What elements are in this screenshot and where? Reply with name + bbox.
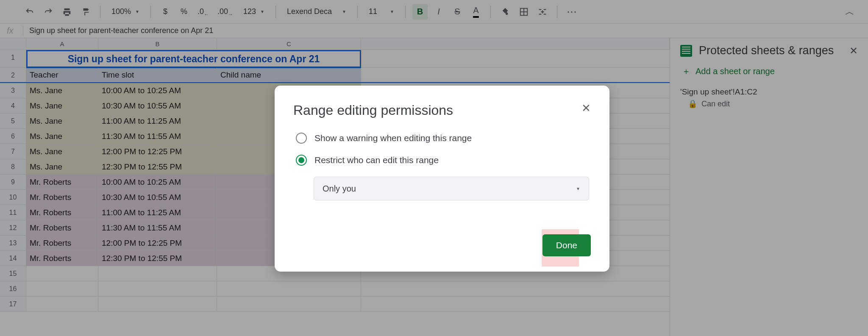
merge-button[interactable] (535, 4, 550, 19)
cell[interactable] (217, 297, 361, 312)
plus-icon: ＋ (682, 66, 690, 77)
row-header[interactable]: 4 (0, 98, 26, 114)
cell-teacher[interactable]: Ms. Jane (26, 83, 98, 98)
radio-icon-selected (296, 155, 307, 166)
column-header-rest[interactable] (361, 38, 670, 50)
row-header[interactable]: 17 (0, 297, 26, 312)
cell-timeslot[interactable]: 10:30 AM to 10:55 AM (98, 98, 217, 114)
cell[interactable] (98, 297, 217, 312)
cell-teacher[interactable]: Mr. Roberts (26, 175, 98, 190)
add-sheet-range-button[interactable]: ＋ Add a sheet or range (680, 66, 858, 77)
cell-timeslot[interactable]: 12:00 PM to 12:25 PM (98, 236, 217, 251)
cell[interactable] (26, 266, 98, 281)
row-header[interactable]: 8 (0, 159, 26, 175)
column-header-c[interactable]: C (217, 38, 361, 50)
row-header[interactable]: 13 (0, 236, 26, 251)
cell-timeslot[interactable]: 11:00 AM to 11:25 AM (98, 114, 217, 129)
collapse-toolbar-button[interactable]: ︿ (845, 6, 858, 18)
cell-teacher[interactable]: Mr. Roberts (26, 205, 98, 220)
italic-button[interactable]: I (431, 4, 446, 19)
range-permissions-dialog: Range editing permissions ✕ Show a warni… (275, 86, 609, 272)
more-button[interactable]: ⋯ (564, 4, 580, 19)
cell-teacher[interactable]: Ms. Jane (26, 114, 98, 129)
row-header[interactable]: 10 (0, 190, 26, 205)
chevron-down-icon: ▼ (576, 186, 580, 191)
cell[interactable] (217, 281, 361, 297)
option-restrict[interactable]: Restrict who can edit this range (293, 155, 591, 166)
protected-range-name[interactable]: 'Sign up sheet'!A1:C2 (680, 87, 858, 97)
cell-teacher[interactable]: Mr. Roberts (26, 190, 98, 205)
paint-format-button[interactable] (78, 4, 93, 19)
cell-timeslot[interactable]: 11:30 AM to 11:55 AM (98, 129, 217, 144)
chevron-down-icon: ▼ (135, 9, 139, 14)
bold-button[interactable]: B (412, 4, 428, 19)
cell[interactable] (26, 297, 98, 312)
decrease-decimal-button[interactable]: .0← (195, 4, 211, 19)
row-header[interactable]: 12 (0, 220, 26, 236)
row-header[interactable]: 16 (0, 281, 26, 297)
print-button[interactable] (59, 4, 75, 19)
row-header[interactable]: 1 (0, 50, 26, 68)
header-childname[interactable]: Child name (217, 68, 361, 82)
cell-teacher[interactable]: Ms. Jane (26, 144, 98, 159)
chevron-down-icon: ▼ (260, 9, 264, 14)
cell-timeslot[interactable]: 11:00 AM to 11:25 AM (98, 205, 217, 220)
chevron-down-icon: ▼ (390, 9, 394, 14)
cell-teacher[interactable]: Ms. Jane (26, 159, 98, 175)
dialog-title: Range editing permissions (293, 103, 453, 118)
chevron-down-icon: ▼ (342, 9, 346, 14)
undo-button[interactable] (22, 4, 37, 19)
currency-button[interactable]: $ (158, 4, 173, 19)
cell-teacher[interactable]: Ms. Jane (26, 129, 98, 144)
text-color-button[interactable]: A (468, 4, 484, 19)
format-123-dropdown[interactable]: 123▼ (239, 4, 269, 19)
select-all-corner[interactable] (0, 38, 26, 50)
font-dropdown[interactable]: Lexend Deca▼ (283, 4, 351, 19)
title-cell[interactable]: Sign up sheet for parent-teacher confere… (26, 50, 361, 68)
cell-teacher[interactable]: Ms. Jane (26, 98, 98, 114)
borders-button[interactable] (516, 4, 531, 19)
done-button[interactable]: Done (542, 234, 591, 256)
row-header[interactable]: 2 (0, 68, 26, 82)
cell-timeslot[interactable]: 11:30 AM to 11:55 AM (98, 220, 217, 236)
close-panel-button[interactable]: ✕ (849, 45, 858, 57)
header-timeslot[interactable]: Time slot (98, 68, 217, 82)
protected-range-permission: 🔒 Can edit (680, 99, 858, 108)
row-header[interactable]: 15 (0, 266, 26, 281)
row-header[interactable]: 9 (0, 175, 26, 190)
formula-bar[interactable]: fx Sign up sheet for parent-teacher conf… (0, 24, 868, 38)
header-teacher[interactable]: Teacher (26, 68, 98, 82)
redo-button[interactable] (41, 4, 56, 19)
cell-timeslot[interactable]: 12:30 PM to 12:55 PM (98, 251, 217, 266)
row-header[interactable]: 6 (0, 129, 26, 144)
cell[interactable] (98, 281, 217, 297)
dialog-close-button[interactable]: ✕ (581, 103, 591, 114)
column-header-a[interactable]: A (26, 38, 98, 50)
cell-teacher[interactable]: Mr. Roberts (26, 251, 98, 266)
row-header[interactable]: 14 (0, 251, 26, 266)
cell-timeslot[interactable]: 10:00 AM to 10:25 AM (98, 83, 217, 98)
font-size-dropdown[interactable]: 11▼ (364, 4, 398, 19)
cell-timeslot[interactable]: 10:00 AM to 10:25 AM (98, 175, 217, 190)
option-show-warning[interactable]: Show a warning when editing this range (293, 133, 591, 144)
zoom-dropdown[interactable]: 100%▼ (107, 4, 144, 19)
increase-decimal-button[interactable]: .00→ (215, 4, 236, 19)
row-header[interactable]: 3 (0, 83, 26, 98)
cell-timeslot[interactable]: 12:30 PM to 12:55 PM (98, 159, 217, 175)
fill-color-button[interactable] (498, 4, 513, 19)
formula-value[interactable]: Sign up sheet for parent-teacher confere… (29, 26, 213, 35)
cell-teacher[interactable]: Mr. Roberts (26, 220, 98, 236)
row-header[interactable]: 11 (0, 205, 26, 220)
fx-label: fx (7, 26, 23, 36)
cell-timeslot[interactable]: 10:30 AM to 10:55 AM (98, 190, 217, 205)
cell[interactable] (98, 266, 217, 281)
cell[interactable] (26, 281, 98, 297)
cell-timeslot[interactable]: 12:00 PM to 12:25 PM (98, 144, 217, 159)
strike-button[interactable]: S (450, 4, 465, 19)
percent-button[interactable]: % (176, 4, 192, 19)
row-header[interactable]: 5 (0, 114, 26, 129)
editor-dropdown[interactable]: Only you ▼ (314, 177, 589, 200)
cell-teacher[interactable]: Mr. Roberts (26, 236, 98, 251)
column-header-b[interactable]: B (98, 38, 217, 50)
row-header[interactable]: 7 (0, 144, 26, 159)
